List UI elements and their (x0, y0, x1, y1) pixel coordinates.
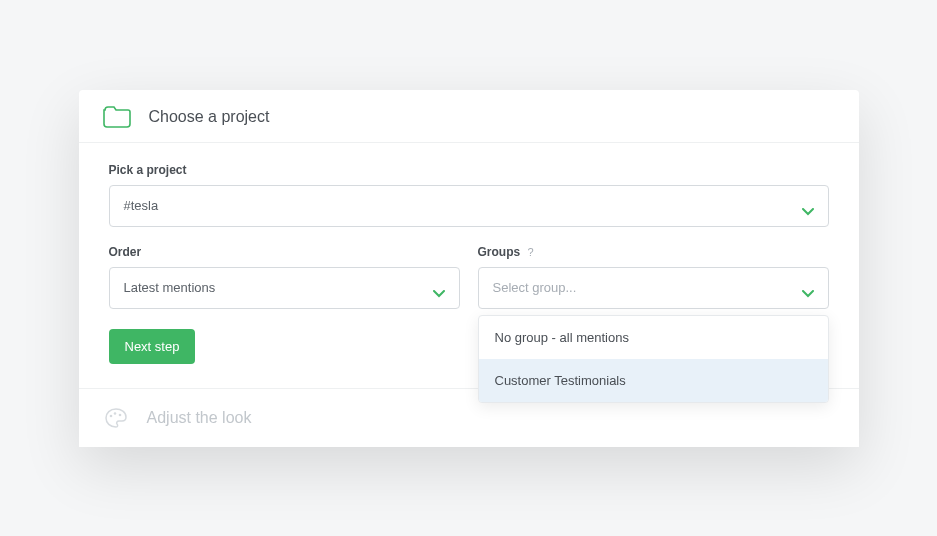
wizard-card: Choose a project Pick a project #tesla O… (79, 90, 859, 447)
step-choose-project-body: Pick a project #tesla Order Latest menti… (79, 143, 859, 388)
groups-field: Groups ? Select group... No group - all … (478, 245, 829, 309)
project-select-value: #tesla (124, 198, 159, 213)
step-title-inactive: Adjust the look (147, 409, 252, 427)
order-groups-row: Order Latest mentions Groups ? Select gr… (109, 245, 829, 309)
order-select-value: Latest mentions (124, 280, 216, 295)
project-select[interactable]: #tesla (109, 185, 829, 227)
chevron-down-icon (802, 284, 814, 292)
step-choose-project-header: Choose a project (79, 90, 859, 143)
svg-point-1 (113, 412, 116, 415)
groups-option-no-group[interactable]: No group - all mentions (479, 316, 828, 359)
chevron-down-icon (433, 284, 445, 292)
order-select[interactable]: Latest mentions (109, 267, 460, 309)
groups-label: Groups ? (478, 245, 829, 259)
step-title: Choose a project (149, 108, 270, 126)
next-step-button[interactable]: Next step (109, 329, 196, 364)
order-label: Order (109, 245, 460, 259)
chevron-down-icon (802, 202, 814, 210)
palette-icon (103, 407, 129, 429)
order-field: Order Latest mentions (109, 245, 460, 309)
project-label: Pick a project (109, 163, 829, 177)
folder-icon (103, 106, 131, 128)
groups-dropdown-menu: No group - all mentions Customer Testimo… (478, 315, 829, 403)
svg-point-0 (109, 414, 112, 417)
groups-select[interactable]: Select group... (478, 267, 829, 309)
help-icon[interactable]: ? (528, 246, 534, 258)
groups-label-text: Groups (478, 245, 521, 259)
svg-point-2 (118, 413, 121, 416)
groups-option-customer-testimonials[interactable]: Customer Testimonials (479, 359, 828, 402)
groups-select-placeholder: Select group... (493, 280, 577, 295)
project-field: Pick a project #tesla (109, 163, 829, 227)
